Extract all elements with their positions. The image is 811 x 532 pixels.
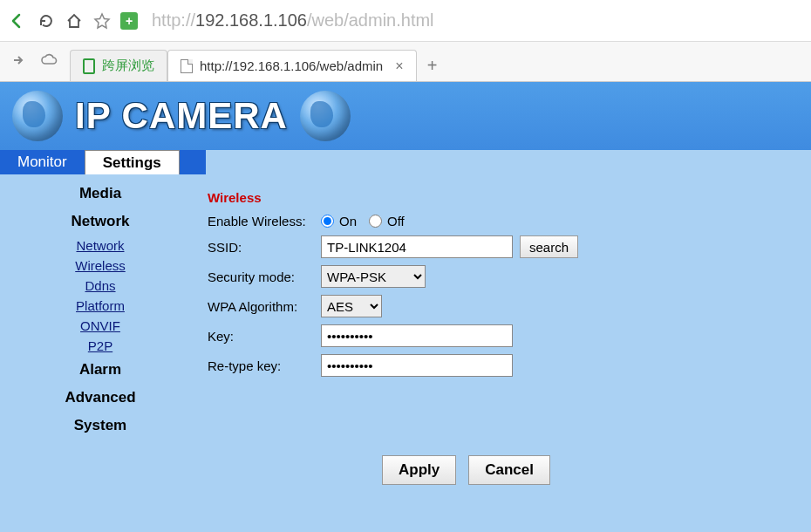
tab-label: http://192.168.1.106/web/admin	[200, 58, 383, 73]
sidebar-cat-network[interactable]: Network	[0, 208, 201, 235]
tab-strip: 跨屏浏览 http://192.168.1.106/web/admin × +	[0, 42, 811, 82]
sidebar-link-ddns[interactable]: Ddns	[0, 276, 201, 296]
page-body: IP CAMERA Monitor Settings Media Network…	[0, 82, 811, 532]
security-mode-label: Security mode:	[208, 269, 321, 284]
sidebar-link-wireless[interactable]: Wireless	[0, 256, 201, 276]
ssid-label: SSID:	[208, 240, 321, 255]
wpa-algorithm-label: WPA Algorithm:	[208, 299, 321, 314]
url-path: /web/admin.html	[307, 10, 434, 30]
logo-text: IP CAMERA	[75, 95, 288, 137]
url-bar[interactable]: http://192.168.1.106/web/admin.html	[147, 10, 804, 31]
radio-on-wrap[interactable]: On	[321, 214, 357, 228]
bookmark-star-icon[interactable]	[92, 11, 112, 31]
security-mode-select[interactable]: WPA-PSK	[321, 265, 426, 288]
radio-on[interactable]	[321, 215, 334, 228]
reload-button[interactable]	[37, 11, 56, 31]
cancel-button[interactable]: Cancel	[468, 455, 550, 485]
wpa-algorithm-select[interactable]: AES	[321, 295, 382, 317]
shield-icon[interactable]	[120, 12, 138, 30]
page-icon	[181, 59, 193, 73]
search-button[interactable]: search	[520, 235, 578, 258]
tab-spacer	[180, 150, 206, 174]
section-title: Wireless	[208, 190, 811, 205]
sidebar-link-network[interactable]: Network	[0, 235, 201, 256]
radio-off-label: Off	[387, 214, 405, 228]
browser-tab-2[interactable]: http://192.168.1.106/web/admin ×	[167, 50, 417, 81]
tab-monitor[interactable]: Monitor	[0, 150, 85, 174]
main-panel: Wireless Enable Wireless: On Off SSID: s…	[201, 174, 811, 485]
sidebar-link-p2p[interactable]: P2P	[0, 336, 201, 356]
radio-on-label: On	[339, 214, 357, 228]
browser-toolbar: http://192.168.1.106/web/admin.html	[0, 0, 811, 42]
sidebar-toggle-icon[interactable]	[12, 52, 28, 71]
retype-key-input[interactable]	[321, 354, 513, 377]
url-host: 192.168.1.106	[195, 10, 307, 30]
ssid-input[interactable]	[321, 235, 513, 258]
apply-button[interactable]: Apply	[382, 455, 456, 485]
top-nav: Monitor Settings	[0, 150, 811, 174]
back-button[interactable]	[7, 10, 28, 31]
browser-tab-1[interactable]: 跨屏浏览	[70, 50, 167, 81]
radio-off[interactable]	[369, 215, 382, 228]
close-tab-icon[interactable]: ×	[395, 58, 403, 74]
sidebar-cat-system[interactable]: System	[0, 412, 201, 440]
sidebar-link-onvif[interactable]: ONVIF	[0, 316, 201, 336]
header-banner: IP CAMERA	[0, 82, 811, 150]
sidebar-cat-advanced[interactable]: Advanced	[0, 384, 201, 412]
globe-icon	[12, 91, 63, 141]
sidebar: Media Network Network Wireless Ddns Plat…	[0, 174, 201, 485]
home-button[interactable]	[65, 11, 84, 31]
sidebar-cat-alarm[interactable]: Alarm	[0, 356, 201, 384]
url-prefix: http://	[152, 10, 195, 30]
radio-off-wrap[interactable]: Off	[369, 214, 405, 228]
retype-key-label: Re-type key:	[208, 358, 321, 373]
tab-settings[interactable]: Settings	[85, 150, 180, 174]
tab-label: 跨屏浏览	[102, 58, 154, 74]
new-tab-button[interactable]: +	[417, 50, 448, 81]
sidebar-cat-media[interactable]: Media	[0, 180, 201, 208]
sidebar-link-platform[interactable]: Platform	[0, 296, 201, 316]
key-input[interactable]	[321, 324, 513, 347]
cloud-icon[interactable]	[40, 52, 58, 71]
key-label: Key:	[208, 329, 321, 344]
globe-icon	[300, 91, 351, 141]
enable-wireless-label: Enable Wireless:	[208, 214, 321, 228]
mobile-icon	[83, 58, 95, 74]
